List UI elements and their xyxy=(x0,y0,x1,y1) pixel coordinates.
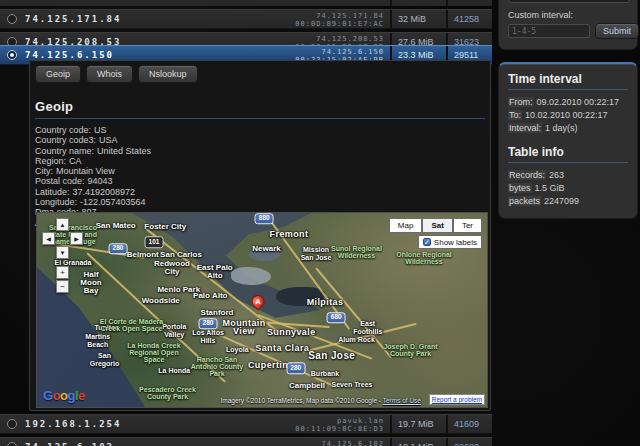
terms-of-use-link[interactable]: Terms of Use xyxy=(383,397,421,404)
pan-right-button[interactable]: ▶ xyxy=(70,232,83,245)
park-label: Ohlone Regional Wilderness xyxy=(396,251,452,265)
geoip-button[interactable]: Geoip xyxy=(35,65,81,83)
from-value: 09.02.2010 00:22:17 xyxy=(537,97,620,107)
pan-left-button[interactable]: ◀ xyxy=(42,232,55,245)
city-label: Santa Clara xyxy=(255,343,309,353)
field-value: -122.057403564 xyxy=(80,197,146,207)
ip-address: 74.125.171.84 xyxy=(25,14,121,24)
zoom-in-button[interactable]: + xyxy=(56,266,69,279)
custom-interval-input[interactable] xyxy=(508,24,590,38)
city-label: Palo Alto xyxy=(193,291,227,300)
city-label: San Carlos xyxy=(160,249,202,258)
interval-value: 1 day(s) xyxy=(545,123,578,133)
field-label: Country code: xyxy=(35,125,91,135)
pan-down-button[interactable]: ▼ xyxy=(56,246,69,259)
field-label: Longitude: xyxy=(35,197,77,207)
field-label: Region: xyxy=(35,156,66,166)
geoip-section-title: Geoip xyxy=(35,99,485,119)
partial-table-row: 00:22:15:02:AF:9B xyxy=(0,0,492,6)
zoom-out-button[interactable]: − xyxy=(56,280,69,293)
pan-up-button[interactable]: ▲ xyxy=(56,218,69,231)
bytes-value: 1.5 GiB xyxy=(535,183,565,193)
time-interval-title: Time interval xyxy=(508,72,628,90)
city-label: San Gregorio xyxy=(88,352,122,368)
packets-cell: 22680 xyxy=(446,438,492,446)
host-mac: 74.125.171.8400:0D:B9:01:E7:AC xyxy=(295,10,390,28)
packets-cell xyxy=(446,0,492,6)
field-label: Latitude: xyxy=(35,187,70,197)
netflow-app-page: 00:22:15:02:AF:9B 74.125.171.84 74.125.1… xyxy=(0,0,640,446)
show-labels-text: Show labels xyxy=(434,238,477,247)
interstate-280-shield: 280 xyxy=(199,318,218,330)
city-label: El Granada xyxy=(55,259,92,266)
whois-button[interactable]: Whois xyxy=(86,65,133,83)
interval-panel: ▼ Custom interval: Submit xyxy=(498,0,638,50)
radio-button[interactable] xyxy=(7,14,17,24)
field-value: 94043 xyxy=(88,176,113,186)
city-label: Foster City xyxy=(144,221,186,230)
packets-value: 2247099 xyxy=(544,196,579,206)
city-label: Seven Trees xyxy=(332,380,373,387)
city-label: Woodside xyxy=(142,296,180,305)
field-label: Postal code: xyxy=(35,176,85,186)
report-a-problem-link[interactable]: Report a problem xyxy=(429,394,485,405)
lookup-tabbar: Geoip Whois Nslookup xyxy=(35,65,485,83)
map-type-ter-button[interactable]: Ter xyxy=(453,218,482,233)
city-label: Los Altos Hills xyxy=(189,329,227,345)
packets-cell: 41258 xyxy=(446,10,492,28)
field-value: 37.4192008972 xyxy=(73,187,136,197)
us-101-shield: 101 xyxy=(145,236,164,248)
ip-address: 74.125.6.102 xyxy=(25,442,114,446)
interstate-280-shield: 280 xyxy=(286,362,305,374)
info-panel: Time interval From:09.02.2010 00:22:17 T… xyxy=(498,62,638,219)
checkbox-checked-icon: ✓ xyxy=(423,238,431,246)
bytes-cell: 19.7 MiB xyxy=(390,415,446,433)
field-label: Country name: xyxy=(35,146,94,156)
bytes-label: bytes xyxy=(508,183,532,193)
interval-select[interactable]: ▼ xyxy=(508,0,630,3)
host-mac: 00:22:15:02:AF:9B xyxy=(295,0,390,6)
city-label: Newark xyxy=(252,243,280,252)
city-label: Belmont xyxy=(127,249,159,258)
show-labels-toggle[interactable]: ✓ Show labels xyxy=(418,235,482,249)
records-label: Records: xyxy=(508,170,546,180)
city-label: Alum Rock xyxy=(338,336,375,343)
records-value: 263 xyxy=(549,170,564,180)
map-type-sat-button[interactable]: Sat xyxy=(422,218,452,233)
from-label: From: xyxy=(508,97,534,107)
ip-address: 74.125.6.150 xyxy=(25,50,114,60)
city-label: Burbank xyxy=(311,370,339,377)
field-value: Mountain View xyxy=(56,166,115,176)
table-row[interactable]: 192.168.1.254 pavuk.lan00:11:09:0C:8E:D3… xyxy=(0,414,492,434)
field-value: US xyxy=(94,125,107,135)
map-attribution: Imagery ©2010 TerraMetrics, Map data ©20… xyxy=(221,397,421,404)
park-label: Sunol Regional Wilderness xyxy=(329,245,385,259)
radio-button-checked[interactable] xyxy=(7,50,17,60)
map[interactable]: San Mateo Foster City Belmont San Carlos… xyxy=(36,212,488,408)
city-label: Stanford xyxy=(201,307,234,316)
city-label: Loyola xyxy=(226,345,249,352)
host-mac: 74.125.6.10200:22:15:02:AF:9B xyxy=(295,438,390,446)
park-label: Joseph D. Grant County Park xyxy=(382,343,440,357)
table-row[interactable]: 74.125.6.102 74.125.6.10200:22:15:02:AF:… xyxy=(0,437,492,446)
submit-button[interactable]: Submit xyxy=(595,23,639,39)
bytes-cell xyxy=(390,0,446,6)
table-row[interactable]: 74.125.171.84 74.125.171.8400:0D:B9:01:E… xyxy=(0,9,492,29)
table-info-title: Table info xyxy=(508,145,628,163)
interstate-880-shield: 880 xyxy=(255,213,274,225)
table-row[interactable]: 00:22:15:02:AF:9B xyxy=(0,0,492,6)
google-logo: Google xyxy=(43,388,85,403)
park-label: Pescadero Creek County Park xyxy=(135,386,201,400)
field-value: USA xyxy=(99,135,118,145)
field-label: Country code3: xyxy=(35,135,96,145)
custom-interval-label: Custom interval: xyxy=(508,10,628,20)
radio-button[interactable] xyxy=(7,442,17,446)
map-type-map-button[interactable]: Map xyxy=(389,218,423,233)
ip-address: 192.168.1.254 xyxy=(25,419,121,429)
to-label: To: xyxy=(508,110,522,120)
radio-button[interactable] xyxy=(7,419,17,429)
nslookup-button[interactable]: Nslookup xyxy=(138,65,198,83)
city-label: East Palo Alto xyxy=(195,264,235,280)
city-label: Redwood City xyxy=(150,260,194,276)
bytes-cell: 32 MiB xyxy=(390,10,446,28)
